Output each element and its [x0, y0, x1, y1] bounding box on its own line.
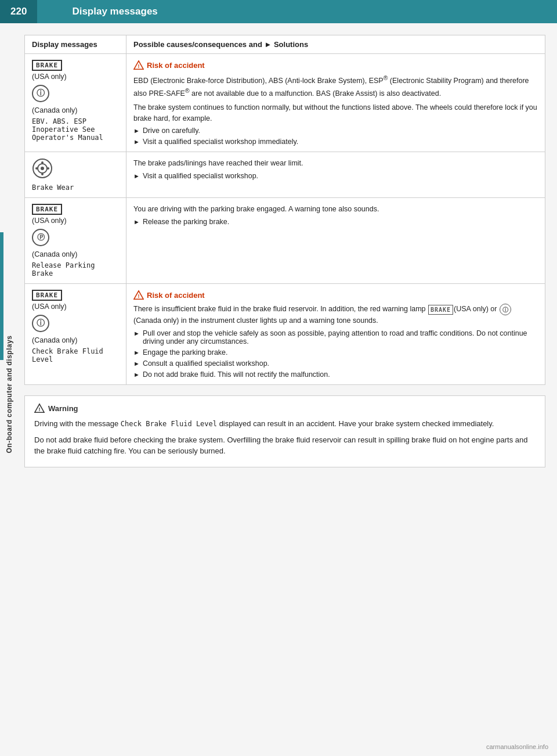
- svg-point-8: [47, 167, 49, 170]
- arrow-icon: ►: [133, 360, 140, 367]
- brake-wear-icon: [32, 158, 53, 179]
- col-header-causes: Possible causes/consequences and ► Solut…: [126, 35, 545, 54]
- bullet-text: Consult a qualified specialist workshop.: [143, 359, 269, 368]
- svg-point-4: [41, 167, 44, 170]
- causes-cell-row2: The brake pads/linings have reached thei…: [126, 152, 545, 198]
- bullet-row4-4: ► Do not add brake fluid. This will not …: [133, 370, 538, 379]
- svg-point-7: [35, 167, 38, 170]
- warning-triangle-icon: !: [133, 60, 144, 70]
- warning-box-title: Warning: [48, 404, 78, 413]
- canada-icon-row3: Ⓟ: [32, 229, 49, 246]
- warning-box-triangle-icon: !: [34, 403, 45, 413]
- canada-label-row3: (Canada only): [32, 250, 119, 258]
- display-cell-row1: BRAKE (USA only) ⓘ (Canada only) EBV. AB…: [25, 54, 126, 152]
- table-row: BRAKE (USA only) ⓘ (Canada only) Check B…: [25, 284, 545, 385]
- causes-cell-row3: You are driving with the parking brake e…: [126, 198, 545, 284]
- brake-wear-label: Brake Wear: [32, 183, 119, 192]
- svg-point-6: [41, 173, 44, 175]
- bullet-row4-2: ► Engage the parking brake.: [133, 348, 538, 357]
- risk-header-row1: ! Risk of accident: [133, 60, 538, 70]
- brake-badge-row3: BRAKE: [32, 204, 62, 215]
- bullet-text: Engage the parking brake.: [143, 348, 228, 357]
- col-header-display: Display messages: [25, 35, 126, 54]
- risk-header-text-row1: Risk of accident: [147, 61, 205, 70]
- content-row1-p1: EBD (Electronic Brake-force Distribution…: [133, 74, 538, 99]
- svg-text:!: !: [138, 63, 140, 69]
- content-row4-p1: There is insufficient brake fluid in the…: [133, 304, 538, 326]
- content-row2-p1: The brake pads/linings have reached thei…: [133, 158, 538, 169]
- arrow-icon: ►: [133, 371, 140, 378]
- risk-header-text-row4: Risk of accident: [147, 291, 205, 300]
- display-cell-row4: BRAKE (USA only) ⓘ (Canada only) Check B…: [25, 284, 126, 385]
- bullet-text: Release the parking brake.: [143, 218, 229, 226]
- arrow-icon: ►: [133, 349, 140, 356]
- arrow-icon: ►: [133, 127, 140, 134]
- warning-triangle-icon-row4: !: [133, 290, 144, 300]
- brake-badge-row4: BRAKE: [32, 290, 62, 301]
- causes-cell-row4: ! Risk of accident There is insufficient…: [126, 284, 545, 385]
- bullet-row3-1: ► Release the parking brake.: [133, 218, 538, 226]
- warning-box-para2: Do not add brake fluid before checking t…: [34, 434, 536, 457]
- bullet-text: Pull over and stop the vehicle safely as…: [143, 329, 538, 345]
- bullet-row1-2: ► Visit a qualified specialist workshop …: [133, 138, 538, 146]
- bullet-text: Drive on carefully.: [143, 127, 200, 135]
- bullet-row2-1: ► Visit a qualified specialist workshop.: [133, 172, 538, 180]
- table-row: Brake Wear The brake pads/linings have r…: [25, 152, 545, 198]
- side-accent-bar: [0, 232, 3, 360]
- warning-code: Check Brake Fluid Level: [121, 420, 217, 428]
- display-monospace-row4: Check Brake FluidLevel: [32, 347, 119, 363]
- bullet-text: Do not add brake fluid. This will not re…: [143, 370, 330, 379]
- warning-box-header: ! Warning: [34, 403, 536, 413]
- svg-point-5: [41, 161, 44, 164]
- bullet-text: Visit a qualified specialist workshop.: [143, 172, 258, 180]
- canada-icon-row1: ⓘ: [32, 85, 49, 102]
- canada-icon-row4: ⓘ: [32, 315, 49, 332]
- risk-header-row4: ! Risk of accident: [133, 290, 538, 300]
- display-monospace-row1: EBV. ABS. ESPInoperative SeeOperator's M…: [32, 117, 119, 142]
- arrow-icon: ►: [133, 172, 140, 179]
- brake-badge-inline: BRAKE: [428, 305, 453, 315]
- causes-cell-row1: ! Risk of accident EBD (Electronic Brake…: [126, 54, 545, 152]
- svg-text:!: !: [39, 406, 41, 412]
- side-label-container: On-board computer and displays: [0, 32, 19, 756]
- usa-label-row3: (USA only): [32, 217, 119, 225]
- page-title: Display messages: [37, 0, 557, 23]
- footer-logo: carmanualsonline.info: [486, 743, 548, 750]
- usa-label-row1: (USA only): [32, 73, 119, 81]
- chapter-side-label: On-board computer and displays: [5, 335, 13, 453]
- warning-box: ! Warning Driving with the message Check…: [24, 395, 545, 467]
- page-number: 220: [0, 0, 37, 23]
- bullet-row4-3: ► Consult a qualified specialist worksho…: [133, 359, 538, 368]
- table-row: BRAKE (USA only) Ⓟ (Canada only) Release…: [25, 198, 545, 284]
- main-content: Display messages Possible causes/consequ…: [19, 23, 557, 479]
- content-row1-p2: The brake system continues to function n…: [133, 102, 538, 124]
- table-row: BRAKE (USA only) ⓘ (Canada only) EBV. AB…: [25, 54, 545, 152]
- warning-box-para1: Driving with the message Check Brake Flu…: [34, 418, 536, 430]
- arrow-icon: ►: [133, 218, 140, 225]
- bullet-row4-1: ► Pull over and stop the vehicle safely …: [133, 329, 538, 345]
- bullet-row1-1: ► Drive on carefully.: [133, 127, 538, 135]
- display-cell-row3: BRAKE (USA only) Ⓟ (Canada only) Release…: [25, 198, 126, 284]
- content-row3-p1: You are driving with the parking brake e…: [133, 204, 538, 215]
- brake-badge-row1: BRAKE: [32, 60, 119, 73]
- display-cell-row2: Brake Wear: [25, 152, 126, 198]
- display-messages-table: Display messages Possible causes/consequ…: [24, 35, 545, 385]
- usa-label-row4: (USA only): [32, 303, 119, 311]
- arrow-icon: ►: [133, 330, 140, 337]
- svg-text:!: !: [138, 293, 140, 299]
- bullet-text: Visit a qualified specialist workshop im…: [143, 138, 298, 146]
- canada-icon-inline: ⓘ: [500, 304, 511, 315]
- canada-label-row4: (Canada only): [32, 336, 119, 344]
- arrow-icon: ►: [133, 138, 140, 145]
- display-monospace-row3: Release ParkingBrake: [32, 261, 119, 278]
- canada-label-row1: (Canada only): [32, 106, 119, 114]
